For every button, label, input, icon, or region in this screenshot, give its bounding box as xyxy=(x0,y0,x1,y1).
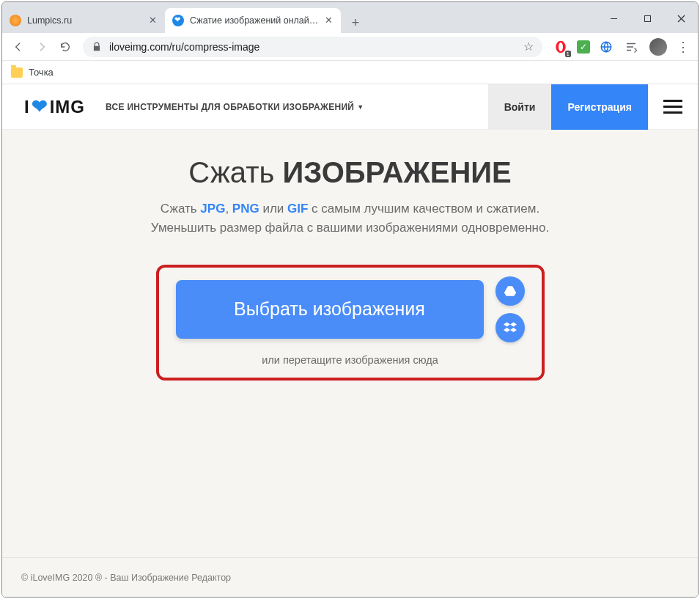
new-tab-button[interactable]: + xyxy=(345,12,366,33)
site-header: I ❤ IMG ВСЕ ИНСТРУМЕНТЫ ДЛЯ ОБРАБОТКИ ИЗ… xyxy=(2,84,698,130)
browser-menu-button[interactable]: ⋮ xyxy=(674,39,692,55)
bookmark-item[interactable]: Точка xyxy=(29,67,54,78)
minimize-button[interactable] xyxy=(597,4,630,33)
hamburger-menu-button[interactable] xyxy=(648,84,698,130)
gif-link[interactable]: GIF xyxy=(287,202,308,216)
reading-list-icon[interactable] xyxy=(622,38,640,56)
extension-globe-icon[interactable] xyxy=(597,38,615,56)
bookmark-star-icon[interactable]: ☆ xyxy=(523,40,534,54)
lock-icon xyxy=(92,42,102,52)
extension-opera-icon[interactable]: 1 xyxy=(552,38,570,56)
tools-label: ВСЕ ИНСТРУМЕНТЫ ДЛЯ ОБРАБОТКИ ИЗОБРАЖЕНИ… xyxy=(106,102,354,112)
svg-rect-1 xyxy=(644,15,650,21)
logo-img: IMG xyxy=(50,97,85,117)
maximize-button[interactable] xyxy=(630,4,664,33)
tab-lumpics[interactable]: Lumpics.ru ✕ xyxy=(2,8,165,33)
window-controls xyxy=(597,4,698,33)
hero-section: Сжать ИЗОБРАЖЕНИЕ Сжать JPG, PNG или GIF… xyxy=(2,130,698,557)
uploader-highlight: Выбрать изображения или перетащите изобр… xyxy=(156,265,545,381)
hamburger-icon xyxy=(663,106,682,108)
heart-icon: ❤ xyxy=(32,95,48,118)
select-images-button[interactable]: Выбрать изображения xyxy=(176,280,484,339)
bookmarks-bar: Точка xyxy=(2,61,698,84)
logo-i: I xyxy=(24,97,30,117)
png-link[interactable]: PNG xyxy=(232,202,259,216)
drag-drop-hint: или перетащите изображения сюда xyxy=(262,354,438,366)
url-input[interactable]: iloveimg.com/ru/compress-image ☆ xyxy=(83,37,542,57)
page-title: Сжать ИЗОБРАЖЕНИЕ xyxy=(188,156,512,189)
page-content: I ❤ IMG ВСЕ ИНСТРУМЕНТЫ ДЛЯ ОБРАБОТКИ ИЗ… xyxy=(2,84,698,597)
favicon-lumpics xyxy=(10,15,21,26)
login-button[interactable]: Войти xyxy=(488,84,552,130)
tab-iloveimg[interactable]: Сжатие изображений онлайн H ✕ xyxy=(165,8,341,33)
back-button[interactable] xyxy=(8,37,29,57)
dropbox-button[interactable] xyxy=(495,313,525,342)
jpg-link[interactable]: JPG xyxy=(200,202,225,216)
tab-title: Сжатие изображений онлайн H xyxy=(190,15,319,26)
site-logo[interactable]: I ❤ IMG xyxy=(24,95,85,118)
address-bar: iloveimg.com/ru/compress-image ☆ 1 ✓ ⋮ xyxy=(2,33,698,61)
titlebar: Lumpics.ru ✕ Сжатие изображений онлайн H… xyxy=(2,2,698,33)
google-drive-button[interactable] xyxy=(495,276,525,306)
forward-button[interactable] xyxy=(32,37,52,57)
footer-text: © iLoveIMG 2020 ® - Ваш Изображение Реда… xyxy=(21,573,231,583)
tab-title: Lumpics.ru xyxy=(27,15,143,26)
chevron-down-icon: ▼ xyxy=(357,103,364,111)
site-footer: © iLoveIMG 2020 ® - Ваш Изображение Реда… xyxy=(2,557,698,597)
reload-button[interactable] xyxy=(55,37,75,57)
tools-dropdown[interactable]: ВСЕ ИНСТРУМЕНТЫ ДЛЯ ОБРАБОТКИ ИЗОБРАЖЕНИ… xyxy=(106,102,364,112)
close-icon[interactable]: ✕ xyxy=(147,15,158,26)
page-description: Сжать JPG, PNG или GIF с самым лучшим ка… xyxy=(151,199,549,238)
close-icon[interactable]: ✕ xyxy=(323,15,334,26)
google-drive-icon xyxy=(504,284,517,298)
extension-badge: 1 xyxy=(565,51,571,57)
profile-avatar[interactable] xyxy=(649,38,667,56)
register-button[interactable]: Регистрация xyxy=(551,84,648,130)
extension-check-icon[interactable]: ✓ xyxy=(577,40,590,54)
browser-window: Lumpics.ru ✕ Сжатие изображений онлайн H… xyxy=(1,1,699,598)
close-window-button[interactable] xyxy=(664,4,698,33)
dropbox-icon xyxy=(504,321,517,334)
svg-point-5 xyxy=(559,43,563,51)
favicon-iloveimg xyxy=(172,15,184,26)
folder-icon xyxy=(11,67,23,78)
url-text: iloveimg.com/ru/compress-image xyxy=(109,41,523,53)
